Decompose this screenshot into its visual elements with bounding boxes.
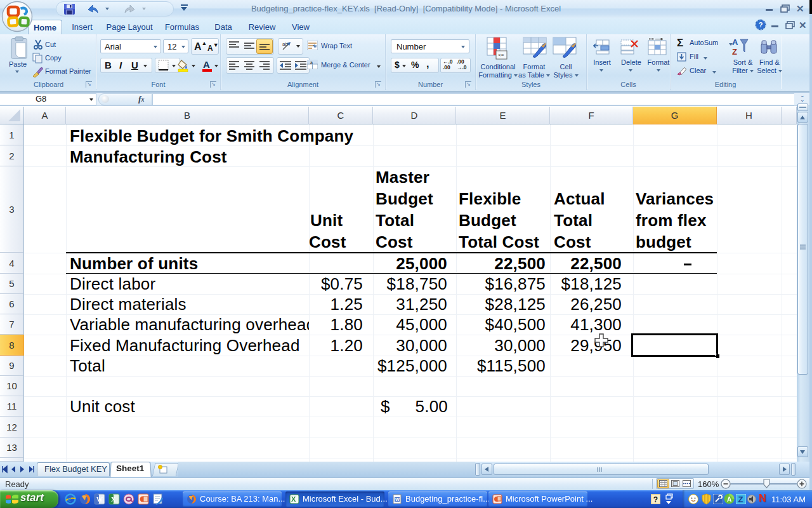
svg-text:Z: Z <box>738 495 743 504</box>
svg-text:X: X <box>111 496 116 503</box>
svg-text:e: e <box>68 495 72 504</box>
svg-text:X: X <box>291 495 296 503</box>
svg-text:A: A <box>727 496 731 503</box>
svg-text:W: W <box>395 497 400 502</box>
svg-text:W: W <box>96 496 103 503</box>
